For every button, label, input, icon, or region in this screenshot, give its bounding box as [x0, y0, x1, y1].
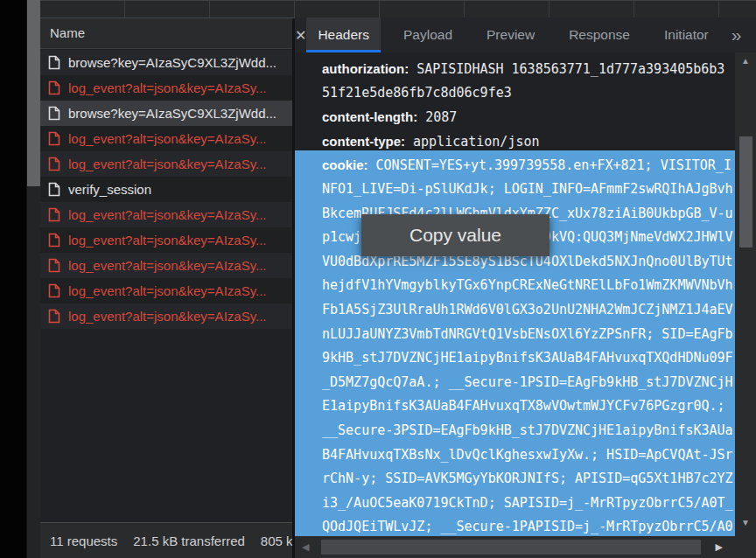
- request-label: log_event?alt=json&key=AIzaSy...: [68, 80, 267, 95]
- header-name: authorization:: [322, 61, 409, 76]
- cookie-line: rChN-y; SSID=AVK5MGyYbKORJNIfS; APISID=q…: [322, 467, 742, 492]
- request-row[interactable]: log_event?alt=json&key=AIzaSy...: [40, 303, 292, 329]
- cookie-line: NFO1_LIVE=Di-pSlUKdJk; LOGIN_INFO=AFmmF2…: [322, 178, 742, 202]
- headers-content: authorization: SAPISIDHASH 1638563771_1d…: [295, 52, 756, 536]
- header-name: content-length:: [322, 109, 417, 124]
- header-line: content-type: application/json: [322, 129, 742, 154]
- document-icon: [48, 258, 60, 273]
- document-icon: [48, 55, 60, 70]
- browser-scrollbar-thumb[interactable]: [27, 0, 40, 186]
- cookie-line: i3_/AuOC5eaK0719CkTnD; SAPISID=j_-MrRTpy…: [322, 492, 742, 516]
- document-icon: [48, 207, 60, 222]
- request-label: log_event?alt=json&key=AIzaSy...: [68, 283, 267, 298]
- network-overview-timeline[interactable]: [40, 0, 756, 18]
- request-label: browse?key=AIzaSyC9XL3ZjWdd...: [68, 106, 276, 121]
- request-label: log_event?alt=json&key=AIzaSy...: [68, 207, 267, 222]
- network-status-bar: 11 requests 21.5 kB transferred 805 kB: [40, 522, 292, 558]
- request-row[interactable]: log_event?alt=json&key=AIzaSy...: [40, 75, 292, 101]
- request-row[interactable]: log_event?alt=json&key=AIzaSy...: [40, 202, 292, 227]
- request-label: log_event?alt=json&key=AIzaSy...: [68, 309, 267, 324]
- cookie-line: _D5MZ7gQcQ7aA.; __Secure-1PSID=EAgFb9kHB…: [322, 371, 742, 395]
- request-row-selected[interactable]: browse?key=AIzaSyC9XL3ZjWdd...: [40, 101, 292, 126]
- cookie-line: Fb1A5SjZ3UlRraUh1RWd6V0lGX3o2UnU2NHA2WmJ…: [322, 298, 742, 323]
- document-icon: [48, 233, 60, 248]
- request-row[interactable]: browse?key=AIzaSyC9XL3ZjWdd...: [40, 50, 292, 75]
- scroll-down-icon[interactable]: ▼: [735, 518, 756, 527]
- tab-response[interactable]: Response: [557, 17, 641, 52]
- header-value: application/json: [405, 134, 540, 150]
- request-count: 11 requests: [50, 534, 117, 548]
- page-background: [0, 0, 26, 558]
- request-row[interactable]: log_event?alt=json&key=AIzaSy...: [40, 253, 292, 278]
- close-icon[interactable]: ✕: [295, 27, 306, 44]
- request-row[interactable]: log_event?alt=json&key=AIzaSy...: [40, 126, 292, 151]
- header-line: 51f21e5de86fb7c8d06c9fe3: [322, 81, 742, 106]
- cookie-line: nLUJJaUNYZ3VmbTdNRGVtQ1VsbENsOXl6YzZPSnF…: [322, 323, 742, 347]
- cookie-line: __Secure-3PSID=EAgFb9kHB_stJ7DVZNCjHE1ai…: [322, 419, 742, 443]
- request-label: log_event?alt=json&key=AIzaSy...: [68, 258, 267, 273]
- request-rows: browse?key=AIzaSyC9XL3ZjWdd... log_event…: [40, 50, 292, 329]
- cookie-line: QOdJQEiTWLvJZ; __Secure-1PAPISID=j_-MrRT…: [322, 515, 742, 536]
- header-value: CONSENT=YES+yt.399739558.en+FX+821; VISI…: [368, 157, 732, 173]
- name-column-header[interactable]: Name: [40, 18, 292, 49]
- cookie-line: 9kHB_stJ7DVZNCjHE1aipyBnifsK3AUaB4FAHvux…: [322, 346, 742, 371]
- request-row[interactable]: log_event?alt=json&key=AIzaSy...: [40, 151, 292, 177]
- document-icon: [48, 182, 60, 197]
- document-icon: [48, 309, 60, 324]
- request-row[interactable]: verify_session: [40, 177, 292, 202]
- request-label: verify_session: [68, 182, 151, 197]
- request-label: log_event?alt=json&key=AIzaSy...: [68, 233, 267, 248]
- header-value: SAPISIDHASH 1638563771_1d777a393405b6b3: [409, 61, 724, 77]
- header-value: 2087: [417, 109, 457, 125]
- cookie-line: cookie: CONSENT=YES+yt.399739558.en+FX+8…: [322, 153, 742, 178]
- document-icon: [48, 157, 60, 171]
- cookie-line: B4FAHvuxqTXBsNx_lDvQclKghesxwIyXw.; HSID…: [322, 443, 742, 468]
- horizontal-scrollbar-thumb[interactable]: [321, 540, 701, 555]
- document-icon: [48, 106, 60, 121]
- request-detail-panel: ✕ Headers Payload Preview Response Initi…: [295, 17, 756, 558]
- devtools-network-panel: Name browse?key=AIzaSyC9XL3ZjWdd... log_…: [0, 0, 756, 558]
- tab-preview[interactable]: Preview: [475, 17, 546, 52]
- scroll-up-icon[interactable]: ▲: [735, 56, 756, 66]
- document-icon: [48, 131, 60, 146]
- context-menu-copy-value[interactable]: Copy value: [361, 214, 550, 256]
- tab-initiator[interactable]: Initiator: [653, 17, 720, 52]
- request-list-panel: Name browse?key=AIzaSyC9XL3ZjWdd... log_…: [40, 18, 292, 558]
- cookie-line: hejdfV1hYVmgyblkyTGx6YnpCRExNeGtNRElLbFo…: [322, 274, 742, 298]
- horizontal-scrollbar[interactable]: ◀ ▶: [295, 536, 756, 558]
- resources-size: 805 kB: [261, 534, 292, 548]
- header-value: 51f21e5de86fb7c8d06c9fe3: [322, 85, 512, 101]
- header-line: content-length: 2087: [322, 105, 742, 129]
- cookie-line: E1aipyBnifsK3AUaB4FAHvuxqTX8wVOwtmWJYCFv…: [322, 394, 742, 419]
- vertical-scrollbar[interactable]: ▲ ▼: [735, 52, 756, 536]
- request-label: log_event?alt=json&key=AIzaSy...: [68, 131, 267, 146]
- header-lines: authorization: SAPISIDHASH 1638563771_1d…: [322, 57, 742, 536]
- tab-payload[interactable]: Payload: [392, 17, 464, 52]
- detail-tab-bar: ✕ Headers Payload Preview Response Initi…: [295, 17, 756, 52]
- request-label: browse?key=AIzaSyC9XL3ZjWdd...: [68, 55, 276, 70]
- request-row[interactable]: log_event?alt=json&key=AIzaSy...: [40, 227, 292, 253]
- scroll-right-icon[interactable]: ▶: [716, 536, 723, 558]
- vertical-scrollbar-thumb[interactable]: [739, 136, 752, 248]
- request-label: log_event?alt=json&key=AIzaSy...: [68, 157, 267, 171]
- request-row[interactable]: log_event?alt=json&key=AIzaSy...: [40, 278, 292, 303]
- tab-headers[interactable]: Headers: [306, 17, 381, 52]
- document-icon: [48, 283, 60, 298]
- transferred-size: 21.5 kB transferred: [133, 534, 245, 548]
- header-name: content-type:: [322, 134, 405, 149]
- more-tabs-icon[interactable]: »: [732, 24, 742, 45]
- header-name: cookie:: [322, 157, 368, 172]
- document-icon: [48, 80, 60, 95]
- header-line: authorization: SAPISIDHASH 1638563771_1d…: [322, 57, 742, 81]
- scroll-left-icon[interactable]: ◀: [302, 536, 309, 558]
